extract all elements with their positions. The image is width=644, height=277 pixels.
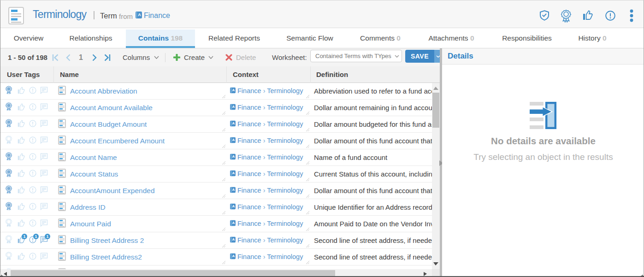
svg-text:A: A (232, 221, 235, 225)
svg-text:A: A (232, 105, 235, 109)
svg-text:A: A (138, 12, 141, 17)
svg-text:A: A (232, 188, 235, 192)
svg-text:A: A (232, 138, 235, 142)
svg-text:A: A (232, 154, 235, 159)
svg-text:A: A (232, 171, 235, 175)
svg-text:A: A (232, 88, 235, 92)
svg-text:A: A (232, 121, 235, 125)
svg-text:A: A (232, 237, 235, 242)
svg-text:A: A (232, 204, 235, 208)
svg-text:A: A (232, 254, 235, 258)
